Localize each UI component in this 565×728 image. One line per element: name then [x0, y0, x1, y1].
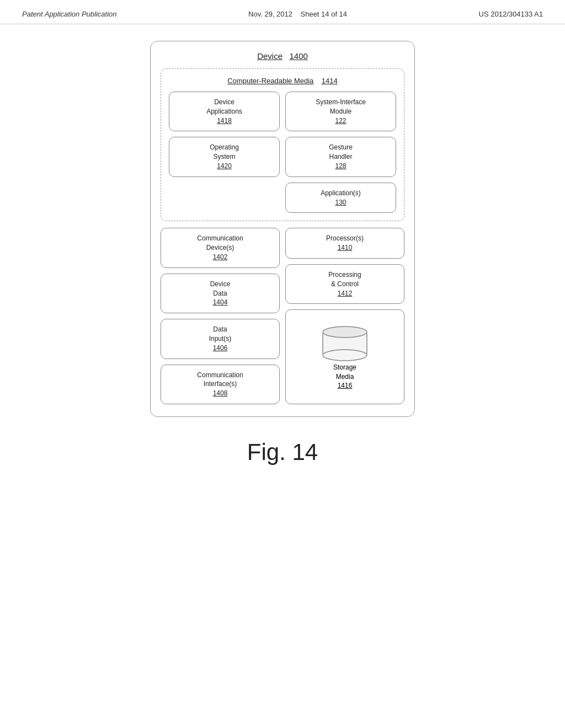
- header-patent-number: US 2012/304133 A1: [479, 10, 543, 18]
- processing-control-box: Processing& Control 1412: [285, 264, 404, 304]
- device-data-box: DeviceData 1404: [161, 274, 280, 313]
- left-col: CommunicationDevice(s) 1402 DeviceData 1…: [161, 228, 280, 404]
- gesture-handler-ref: 128: [290, 162, 391, 171]
- processors-ref: 1410: [290, 243, 399, 253]
- data-inputs-label: DataInput(s): [209, 325, 232, 342]
- processing-control-ref: 1412: [290, 289, 399, 298]
- device-ref: 1400: [290, 51, 308, 61]
- device-data-label: DeviceData: [210, 280, 231, 297]
- page-header: Patent Application Publication Nov. 29, …: [0, 0, 565, 24]
- header-date-sheet: Nov. 29, 2012 Sheet 14 of 14: [248, 10, 347, 18]
- system-interface-ref: 122: [290, 116, 391, 126]
- communication-interfaces-label: CommunicationInterface(s): [197, 371, 243, 388]
- gesture-handler-box: GestureHandler 128: [285, 137, 396, 176]
- crm-ref: 1414: [322, 77, 338, 85]
- storage-media-box: StorageMedia 1416: [285, 309, 404, 404]
- crm-label: Computer-Readable Media: [227, 77, 313, 85]
- processors-label: Processor(s): [326, 234, 364, 242]
- device-label: Device: [257, 51, 282, 61]
- data-inputs-ref: 1406: [166, 344, 275, 353]
- communication-devices-ref: 1402: [166, 253, 275, 262]
- right-col: Processor(s) 1410 Processing& Control 14…: [285, 228, 404, 404]
- device-title: Device 1400: [161, 51, 404, 61]
- data-inputs-box: DataInput(s) 1406: [161, 319, 280, 358]
- header-publication-type: Patent Application Publication: [22, 10, 117, 18]
- operating-system-box: OperatingSystem 1420: [169, 137, 280, 176]
- processing-control-label: Processing& Control: [328, 271, 361, 288]
- empty-cell: [169, 183, 280, 213]
- device-applications-box: DeviceApplications 1418: [169, 92, 280, 131]
- header-date: Nov. 29, 2012: [248, 10, 292, 18]
- device-applications-ref: 1418: [174, 116, 275, 126]
- device-data-ref: 1404: [166, 298, 275, 307]
- crm-title: Computer-Readable Media 1414: [169, 77, 396, 85]
- processors-box: Processor(s) 1410: [285, 228, 404, 259]
- main-content: Device 1400 Computer-Readable Media 1414…: [0, 24, 565, 477]
- gesture-handler-label: GestureHandler: [329, 143, 353, 160]
- header-sheet: Sheet 14 of 14: [301, 10, 348, 18]
- cylinder-icon: [320, 324, 370, 363]
- applications-ref: 130: [290, 198, 391, 207]
- communication-devices-box: CommunicationDevice(s) 1402: [161, 228, 280, 267]
- system-interface-box: System-InterfaceModule 122: [285, 92, 396, 131]
- svg-point-2: [323, 326, 367, 338]
- figure-caption: Fig. 14: [247, 439, 318, 465]
- system-interface-label: System-InterfaceModule: [316, 98, 366, 115]
- crm-grid: DeviceApplications 1418 System-Interface…: [169, 92, 396, 213]
- storage-media-ref: 1416: [338, 382, 353, 389]
- operating-system-ref: 1420: [174, 162, 275, 171]
- device-applications-label: DeviceApplications: [206, 98, 242, 115]
- bottom-grid: CommunicationDevice(s) 1402 DeviceData 1…: [161, 228, 404, 404]
- communication-interfaces-box: CommunicationInterface(s) 1408: [161, 365, 280, 404]
- communication-interfaces-ref: 1408: [166, 389, 275, 398]
- device-box: Device 1400 Computer-Readable Media 1414…: [150, 41, 415, 417]
- communication-devices-label: CommunicationDevice(s): [197, 234, 243, 251]
- applications-label: Application(s): [321, 189, 361, 197]
- svg-point-1: [323, 350, 367, 361]
- crm-box: Computer-Readable Media 1414 DeviceAppli…: [161, 68, 404, 221]
- applications-box: Application(s) 130: [285, 183, 396, 213]
- storage-media-label: StorageMedia: [333, 363, 356, 382]
- operating-system-label: OperatingSystem: [210, 143, 239, 160]
